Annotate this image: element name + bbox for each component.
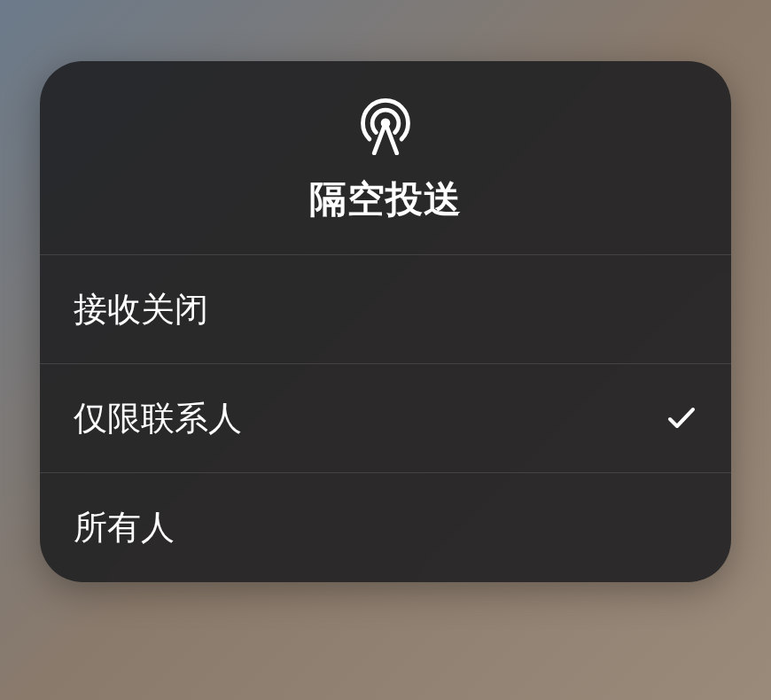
options-list: 接收关闭 仅限联系人 所有人 xyxy=(40,255,731,582)
option-everyone[interactable]: 所有人 xyxy=(40,473,731,582)
airdrop-settings-panel: 隔空投送 接收关闭 仅限联系人 所有人 xyxy=(40,61,731,582)
option-label: 仅限联系人 xyxy=(74,396,242,441)
option-label: 接收关闭 xyxy=(74,287,208,332)
option-receiving-off[interactable]: 接收关闭 xyxy=(40,255,731,364)
panel-title: 隔空投送 xyxy=(309,175,462,224)
airdrop-icon xyxy=(355,95,416,155)
option-contacts-only[interactable]: 仅限联系人 xyxy=(40,364,731,473)
checkmark-icon xyxy=(666,402,697,434)
option-label: 所有人 xyxy=(74,505,175,550)
panel-header: 隔空投送 xyxy=(40,61,731,255)
